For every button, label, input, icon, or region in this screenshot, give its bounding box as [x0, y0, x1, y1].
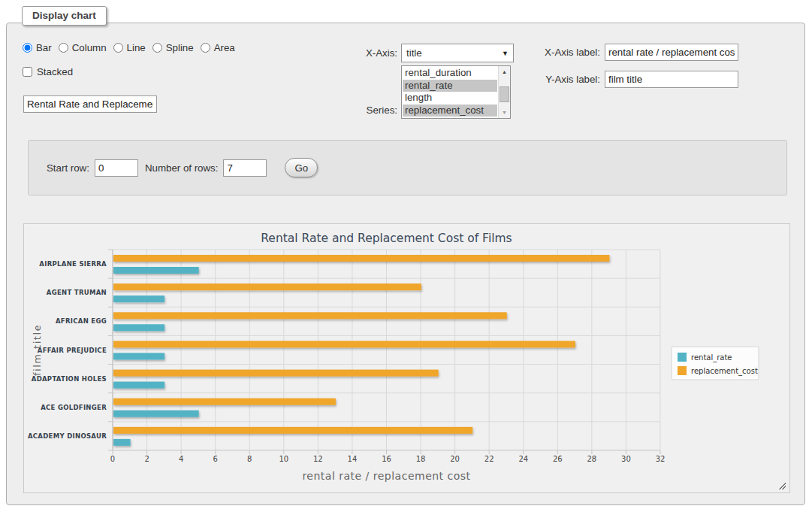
x-tick-label: 12 [313, 455, 323, 463]
category-label: AGENT TRUMAN [47, 289, 107, 296]
radio-label: Line [127, 42, 146, 53]
series-options: rental_durationrental_ratelengthreplacem… [403, 67, 497, 117]
radio-spline[interactable] [152, 43, 162, 53]
series-option-length[interactable]: length [403, 92, 497, 105]
bar-rental_rate[interactable] [113, 382, 165, 389]
chart-title-input[interactable] [23, 95, 157, 113]
category-label: AFFAIR PREJUDICE [38, 347, 107, 354]
series-option-replacement_cost[interactable]: replacement_cost [403, 105, 497, 117]
bar-rental_rate[interactable] [113, 411, 199, 417]
bar-rental_rate[interactable] [113, 439, 131, 446]
x-tick-label: 8 [247, 455, 252, 463]
x-tick-label: 10 [279, 455, 288, 463]
chevron-down-icon: ▼ [502, 50, 509, 57]
y-axis-title: film title [32, 324, 43, 376]
x-tick-label: 20 [450, 455, 460, 463]
bar-replacement_cost[interactable] [113, 341, 575, 347]
go-button[interactable]: Go [285, 158, 318, 177]
row-range-panel: Start row: Number of rows: Go [28, 140, 787, 195]
bar-replacement_cost[interactable] [113, 283, 421, 290]
chart-svg: 02468101214161820222426283032AIRPLANE SI… [24, 224, 789, 492]
stacked-checkbox-row[interactable]: Stacked [23, 66, 73, 77]
bar-rental_rate[interactable] [113, 295, 165, 302]
x-axis-label-field-label: X-Axis label: [518, 47, 600, 58]
x-tick-label: 14 [348, 455, 358, 463]
y-axis-label-input[interactable] [605, 71, 738, 88]
scroll-down-icon[interactable]: ▼ [499, 107, 510, 118]
bar-chart: 02468101214161820222426283032AIRPLANE SI… [24, 224, 789, 495]
chart-container: 02468101214161820222426283032AIRPLANE SI… [23, 223, 790, 493]
x-tick-label: 16 [382, 455, 391, 463]
x-tick-label: 30 [621, 455, 631, 463]
bar-replacement_cost[interactable] [113, 255, 609, 262]
x-tick-label: 32 [656, 455, 666, 463]
x-tick-label: 2 [144, 455, 149, 463]
category-label: ACE GOLDFINGER [41, 404, 107, 411]
radio-column[interactable] [59, 43, 68, 53]
bar-rental_rate[interactable] [113, 267, 199, 274]
panel-title: Display chart [22, 6, 107, 26]
chart-type-radio-line[interactable]: Line [113, 42, 146, 53]
number-of-rows-input[interactable] [223, 159, 267, 177]
bar-replacement_cost[interactable] [113, 370, 439, 377]
radio-label: Column [72, 42, 107, 53]
x-tick-label: 26 [553, 455, 563, 463]
listbox-scrollbar[interactable]: ▲ ▼ [498, 66, 510, 118]
chart-type-radio-column[interactable]: Column [59, 42, 107, 53]
x-tick-label: 4 [179, 455, 183, 463]
display-chart-panel: Display chart BarColumnLineSplineArea St… [6, 23, 805, 505]
scrollbar-thumb[interactable] [500, 86, 509, 102]
x-tick-label: 22 [484, 455, 494, 463]
x-axis-label-input[interactable] [605, 44, 738, 61]
x-tick-label: 28 [587, 455, 597, 463]
x-axis-select-label: X-Axis: [330, 47, 397, 59]
x-tick-label: 6 [213, 455, 218, 463]
legend-label: rental_rate [691, 353, 732, 362]
series-option-rental_rate[interactable]: rental_rate [403, 80, 497, 92]
category-label: AIRPLANE SIERRA [39, 260, 107, 268]
radio-label: Area [214, 42, 235, 53]
legend-label: replacement_cost [691, 367, 758, 376]
stacked-checkbox[interactable] [23, 67, 32, 77]
start-row-input[interactable] [95, 159, 138, 177]
series-multiselect[interactable]: rental_durationrental_ratelengthreplacem… [401, 65, 511, 119]
bar-replacement_cost[interactable] [113, 427, 472, 434]
radio-line[interactable] [113, 43, 123, 53]
category-label: AFRICAN EGG [56, 317, 107, 325]
x-axis-selected-value: title [406, 47, 502, 59]
series-option-rental_duration[interactable]: rental_duration [403, 67, 497, 80]
bar-replacement_cost[interactable] [113, 398, 336, 405]
legend-item-rental_rate[interactable]: rental_rate [678, 353, 732, 362]
x-axis-title: rental rate / replacement cost [302, 470, 470, 482]
radio-label: Bar [36, 42, 52, 53]
x-tick-label: 24 [518, 455, 528, 463]
stacked-label: Stacked [37, 66, 73, 77]
chart-type-radio-spline[interactable]: Spline [152, 42, 194, 53]
legend-swatch [678, 366, 687, 375]
chart-legend: rental_ratereplacement_cost [672, 347, 759, 380]
chart-type-radio-bar[interactable]: Bar [23, 42, 52, 53]
category-label: ACADEMY DINOSAUR [28, 432, 107, 440]
chart-type-radio-area[interactable]: Area [201, 42, 235, 53]
x-tick-label: 0 [110, 455, 115, 463]
x-axis-select[interactable]: title ▼ [401, 44, 514, 62]
x-tick-label: 18 [416, 455, 426, 463]
radio-label: Spline [166, 42, 194, 53]
radio-bar[interactable] [23, 43, 32, 53]
bar-rental_rate[interactable] [113, 353, 165, 359]
number-of-rows-label: Number of rows: [145, 162, 219, 174]
legend-swatch [678, 353, 687, 362]
chart-type-radio-group: BarColumnLineSplineArea [23, 42, 242, 53]
start-row-label: Start row: [47, 162, 89, 174]
bar-replacement_cost[interactable] [113, 312, 507, 319]
scroll-up-icon[interactable]: ▲ [499, 66, 510, 77]
radio-area[interactable] [201, 43, 210, 53]
bar-rental_rate[interactable] [113, 324, 165, 331]
y-axis-label-field-label: Y-Axis label: [518, 74, 600, 85]
series-list-label: Series: [330, 105, 397, 116]
chart-title: Rental Rate and Replacement Cost of Film… [261, 232, 512, 245]
